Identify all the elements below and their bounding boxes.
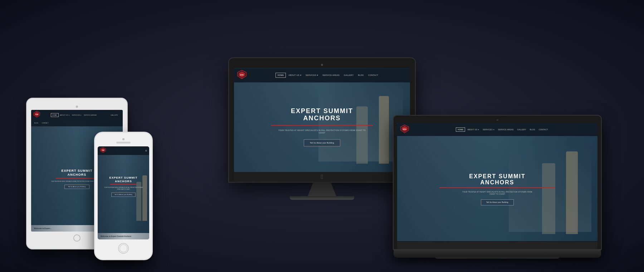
imac-chin:  xyxy=(234,172,410,182)
laptop-hero-underline xyxy=(439,187,555,188)
imac-base xyxy=(290,196,354,200)
tablet-logo: ESA xyxy=(33,111,40,119)
imac-stand xyxy=(308,182,336,196)
phone-hero-underline xyxy=(110,184,137,185)
tablet-nav-second-row: GALLERY xyxy=(108,114,121,116)
laptop-logo: ESA xyxy=(400,124,409,135)
imac-screen: ESA HOME ABOUT US ▾ SERVICES ▾ SERVICE A… xyxy=(234,68,410,172)
laptop-website: ESA HOME ABOUT US ▾ SERVICES ▾ SERVICE A… xyxy=(397,123,597,241)
phone-hamburger[interactable]: ≡ xyxy=(145,149,147,152)
imac-cta-button[interactable]: Tell Us About your Building xyxy=(304,139,340,146)
laptop-nav-gallery[interactable]: GALLERY xyxy=(516,128,528,131)
scene: ESA HOME ABOUT US ▾ SERVICES ▾ SERVICE A… xyxy=(0,0,644,272)
laptop-nav: ESA HOME ABOUT US ▾ SERVICES ▾ SERVICE A… xyxy=(397,123,597,136)
phone-website: ESA ≡ EXPERT SUMMIT ANCHORS xyxy=(98,146,149,239)
laptop-hero-title: EXPERT SUMMIT ANCHORS xyxy=(469,173,526,186)
laptop-hero: EXPERT SUMMIT ANCHORS YOUR TRUSTED AT HE… xyxy=(397,137,597,241)
tablet-nav-contact[interactable]: CONTACT xyxy=(41,122,50,124)
laptop-nav-areas[interactable]: SERVICE AREAS xyxy=(497,128,515,131)
tablet-home-button[interactable] xyxy=(73,234,80,242)
laptop-nav-home[interactable]: HOME xyxy=(456,127,465,132)
tablet-nav-links: HOME ABOUT US ▾ SERVICES ▾ SERVICE AREAS xyxy=(42,113,107,117)
imac-hero-subtitle: YOUR TRUSTED AT HEIGHT SPECIALISTS IN FA… xyxy=(277,129,367,134)
imac-nav-blog[interactable]: BLOG xyxy=(356,73,365,77)
phone-logo: ESA xyxy=(100,147,106,155)
laptop-nav-links: HOME ABOUT US ▾ SERVICES ▾ SERVICE AREAS… xyxy=(411,127,595,132)
imac-nav-about[interactable]: ABOUT US ▾ xyxy=(287,73,303,77)
phone-hero-subtitle: YOUR TRUSTED AT HEIGHT SPECIALISTS IN FA… xyxy=(104,187,143,190)
imac-body: ESA HOME ABOUT US ▾ SERVICES ▾ SERVICE A… xyxy=(229,58,415,200)
imac-nav: ESA HOME ABOUT US ▾ SERVICES ▾ SERVICE A… xyxy=(234,68,410,82)
tablet-camera xyxy=(76,106,78,108)
laptop-nav-blog[interactable]: BLOG xyxy=(528,128,537,131)
phone-body: ESA ≡ EXPERT SUMMIT ANCHORS xyxy=(95,132,152,259)
laptop-device: ESA HOME ABOUT US ▾ SERVICES ▾ SERVICE A… xyxy=(394,116,601,258)
tablet-nav: ESA HOME ABOUT US ▾ SERVICES ▾ SERVICE A… xyxy=(31,110,123,120)
imac-hero-underline xyxy=(271,125,372,126)
tablet-nav-services[interactable]: SERVICES ▾ xyxy=(71,113,82,117)
phone-speaker xyxy=(116,142,131,144)
laptop-screen: ESA HOME ABOUT US ▾ SERVICES ▾ SERVICE A… xyxy=(397,123,597,241)
tablet-nav-gallery[interactable]: GALLERY xyxy=(110,114,119,116)
imac-nav-contact[interactable]: CONTACT xyxy=(366,73,380,77)
laptop-base xyxy=(394,251,601,258)
tablet-nav-areas[interactable]: SERVICE AREAS xyxy=(83,113,98,117)
imac-device: ESA HOME ABOUT US ▾ SERVICES ▾ SERVICE A… xyxy=(229,58,415,200)
phone-cta-button[interactable]: Tell Us About your Building xyxy=(111,193,136,197)
svg-text:ESA: ESA xyxy=(240,74,244,76)
imac-bezel: ESA HOME ABOUT US ▾ SERVICES ▾ SERVICE A… xyxy=(229,58,415,182)
phone-nav: ESA ≡ xyxy=(98,146,149,155)
tablet-nav-about[interactable]: ABOUT US ▾ xyxy=(59,113,71,117)
tablet-nav-home[interactable]: HOME xyxy=(51,113,58,117)
phone-bezel: ESA ≡ EXPERT SUMMIT ANCHORS xyxy=(95,132,152,259)
phone-device: ESA ≡ EXPERT SUMMIT ANCHORS xyxy=(95,132,152,259)
laptop-bottom-bezel xyxy=(397,241,597,249)
svg-text:ESA: ESA xyxy=(35,114,38,115)
phone-hero-title: EXPERT SUMMIT ANCHORS xyxy=(109,176,138,183)
laptop-body: ESA HOME ABOUT US ▾ SERVICES ▾ SERVICE A… xyxy=(394,116,601,258)
imac-nav-links: HOME ABOUT US ▾ SERVICES ▾ SERVICE AREAS… xyxy=(248,73,407,78)
apple-icon:  xyxy=(321,173,323,181)
imac-nav-home[interactable]: HOME xyxy=(275,73,286,78)
phone-hero: EXPERT SUMMIT ANCHORS YOUR TRUSTED AT HE… xyxy=(98,155,149,218)
imac-hero-title: EXPERT SUMMIT ANCHORS xyxy=(291,108,353,122)
tablet-hero-underline xyxy=(56,178,98,179)
phone-home-button[interactable] xyxy=(118,243,129,254)
laptop-cta-button[interactable]: Tell Us About your Building xyxy=(481,199,514,205)
laptop-hero-subtitle: YOUR TRUSTED AT HEIGHT SPECIALISTS IN FA… xyxy=(460,191,535,196)
imac-hero: EXPERT SUMMIT ANCHORS YOUR TRUSTED AT HE… xyxy=(234,82,410,172)
imac-nav-services[interactable]: SERVICES ▾ xyxy=(304,73,320,77)
tablet-nav-blog[interactable]: BLOG xyxy=(33,122,39,124)
phone-camera xyxy=(122,138,125,140)
laptop-nav-services[interactable]: SERVICES ▾ xyxy=(481,128,496,131)
laptop-nav-contact[interactable]: CONTACT xyxy=(537,128,550,131)
laptop-bezel: ESA HOME ABOUT US ▾ SERVICES ▾ SERVICE A… xyxy=(394,116,601,249)
imac-logo: ESA xyxy=(237,69,247,81)
phone-screen: ESA ≡ EXPERT SUMMIT ANCHORS xyxy=(98,146,149,239)
imac-nav-gallery[interactable]: GALLERY xyxy=(342,73,355,77)
laptop-nav-about[interactable]: ABOUT US ▾ xyxy=(466,128,480,131)
imac-nav-areas[interactable]: SERVICE AREAS xyxy=(321,73,341,77)
tablet-cta-button[interactable]: Tell Us About your Building xyxy=(64,185,89,189)
phone-home-inner xyxy=(119,244,127,252)
tablet-nav-row2: BLOG CONTACT xyxy=(31,120,123,126)
svg-text:ESA: ESA xyxy=(403,128,406,130)
svg-text:ESA: ESA xyxy=(102,150,104,151)
imac-website: ESA HOME ABOUT US ▾ SERVICES ▾ SERVICE A… xyxy=(234,68,410,172)
tablet-hero-title: EXPERT SUMMIT ANCHORS xyxy=(61,169,92,177)
